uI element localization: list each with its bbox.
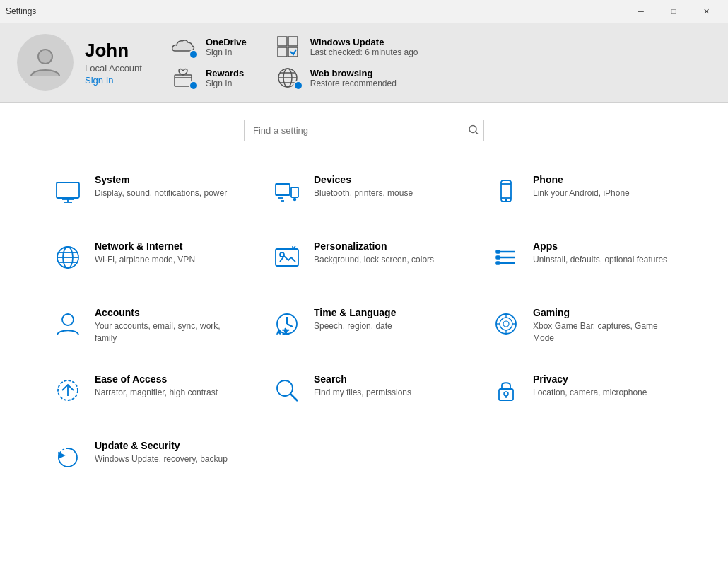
personalization-icon (270, 240, 304, 274)
setting-item-privacy[interactable]: Privacy Location, camera, microphone (481, 362, 686, 426)
system-desc: Display, sound, notifications, power (95, 187, 227, 199)
onedrive-badge (189, 50, 199, 59)
accounts-icon (51, 307, 85, 341)
profile-signin-link[interactable]: Sign In (85, 75, 142, 86)
setting-item-network[interactable]: Network & Internet Wi-Fi, airplane mode,… (42, 229, 247, 293)
svg-rect-38 (496, 262, 500, 264)
network-text: Network & Internet Wi-Fi, airplane mode,… (95, 240, 195, 266)
search-setting-text: Search Find my files, permissions (314, 373, 411, 399)
devices-desc: Bluetooth, printers, mouse (314, 187, 413, 199)
avatar-icon (28, 44, 63, 81)
svg-point-0 (38, 50, 52, 64)
setting-item-ease[interactable]: Ease of Access Narrator, magnifier, high… (42, 362, 247, 426)
setting-item-apps[interactable]: Apps Uninstall, defaults, optional featu… (481, 229, 686, 293)
profile-info: John Local Account Sign In (85, 40, 142, 86)
setting-item-devices[interactable]: Devices Bluetooth, printers, mouse (262, 163, 466, 226)
search-setting-desc: Find my files, permissions (314, 387, 411, 399)
time-desc: Speech, region, date (314, 320, 396, 332)
svg-rect-13 (57, 182, 79, 198)
setting-item-system[interactable]: System Display, sound, notifications, po… (42, 163, 247, 226)
svg-point-39 (62, 314, 74, 325)
svg-point-54 (277, 380, 293, 396)
network-desc: Wi-Fi, airplane mode, VPN (95, 254, 195, 266)
search-setting-title: Search (314, 373, 411, 385)
web-browsing-service[interactable]: Web browsing Restore recommended (275, 65, 418, 91)
onedrive-service[interactable]: OneDrive Sign In (170, 34, 247, 59)
setting-item-search[interactable]: Search Find my files, permissions (262, 362, 466, 426)
windows-update-name: Windows Update (310, 37, 418, 47)
apps-text: Apps Uninstall, defaults, optional featu… (533, 240, 667, 266)
setting-item-update[interactable]: Update & Security Windows Update, recove… (42, 429, 247, 492)
update-title: Update & Security (95, 440, 228, 451)
minimize-button[interactable]: ─ (625, 0, 657, 23)
maximize-button[interactable]: □ (657, 0, 690, 23)
svg-line-55 (290, 394, 298, 401)
svg-line-42 (287, 324, 293, 327)
gaming-desc: Xbox Game Bar, captures, Game Mode (533, 320, 677, 344)
svg-point-46 (500, 318, 512, 330)
rewards-icon-wrap (170, 65, 199, 91)
svg-text:文: 文 (283, 328, 289, 335)
network-title: Network & Internet (95, 240, 195, 252)
setting-item-accounts[interactable]: Accounts Your accounts, email, sync, wor… (42, 296, 247, 359)
ease-text: Ease of Access Narrator, magnifier, high… (95, 373, 218, 399)
privacy-title: Privacy (533, 373, 647, 385)
main-content: System Display, sound, notifications, po… (0, 156, 728, 570)
close-button[interactable]: ✕ (690, 0, 722, 23)
accounts-desc: Your accounts, email, sync, work, family (95, 320, 239, 344)
titlebar: Settings ─ □ ✕ (0, 0, 728, 23)
setting-item-gaming[interactable]: Gaming Xbox Game Bar, captures, Game Mod… (481, 296, 686, 359)
svg-rect-37 (496, 256, 500, 259)
devices-text: Devices Bluetooth, printers, mouse (314, 174, 413, 199)
devices-title: Devices (314, 174, 413, 185)
settings-grid: System Display, sound, notifications, po… (42, 163, 686, 492)
phone-title: Phone (533, 174, 630, 185)
privacy-text: Privacy Location, camera, microphone (533, 373, 647, 399)
search-box (244, 120, 484, 141)
apps-title: Apps (533, 240, 667, 252)
onedrive-sub: Sign In (206, 47, 247, 57)
window-controls: ─ □ ✕ (625, 0, 722, 23)
profile-header: John Local Account Sign In OneDrive (0, 23, 728, 103)
gaming-icon (489, 307, 523, 341)
setting-item-time[interactable]: A 文 Time & Language Speech, region, date (262, 296, 466, 359)
web-browsing-sub: Restore recommended (310, 78, 397, 88)
system-icon (51, 174, 85, 208)
rewards-text: Rewards Sign In (206, 68, 244, 88)
onedrive-text: OneDrive Sign In (206, 37, 247, 57)
rewards-name: Rewards (206, 68, 244, 78)
devices-icon (270, 174, 304, 208)
rewards-service[interactable]: Rewards Sign In (170, 65, 247, 91)
personalization-desc: Background, lock screen, colors (314, 254, 434, 266)
setting-item-personalization[interactable]: Personalization Background, lock screen,… (262, 229, 466, 293)
svg-line-12 (476, 132, 478, 134)
gaming-text: Gaming Xbox Game Bar, captures, Game Mod… (533, 307, 677, 344)
privacy-icon (489, 373, 523, 407)
svg-rect-5 (288, 47, 298, 57)
gaming-title: Gaming (533, 307, 677, 318)
search-area (0, 103, 728, 156)
rewards-badge (189, 81, 199, 91)
svg-point-32 (280, 252, 284, 257)
personalization-title: Personalization (314, 240, 434, 252)
network-icon (51, 240, 85, 274)
svg-rect-17 (276, 184, 290, 195)
time-icon: A 文 (270, 307, 304, 341)
time-text: Time & Language Speech, region, date (314, 307, 396, 332)
phone-desc: Link your Android, iPhone (533, 187, 630, 199)
settings-window: Settings ─ □ ✕ John Local Account Sign I… (0, 0, 728, 570)
search-button[interactable] (469, 124, 479, 136)
windows-update-service[interactable]: Windows Update Last checked: 6 minutes a… (275, 34, 418, 59)
svg-marker-59 (59, 453, 64, 458)
web-browsing-text: Web browsing Restore recommended (310, 68, 397, 88)
phone-text: Phone Link your Android, iPhone (533, 174, 630, 199)
svg-rect-18 (291, 187, 298, 197)
system-text: System Display, sound, notifications, po… (95, 174, 227, 199)
setting-item-phone[interactable]: Phone Link your Android, iPhone (481, 163, 686, 226)
profile-account-type: Local Account (85, 63, 142, 74)
svg-rect-36 (496, 250, 500, 253)
svg-rect-56 (499, 389, 513, 400)
ease-icon (51, 373, 85, 407)
svg-text:A: A (277, 330, 281, 335)
search-input[interactable] (244, 120, 484, 141)
